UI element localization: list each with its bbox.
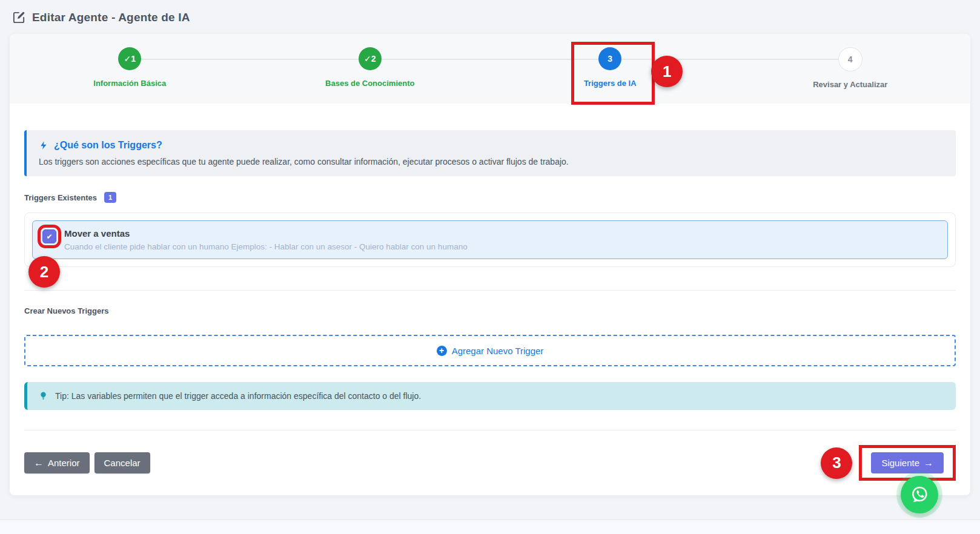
previous-button-label: Anterior [48,458,80,468]
tip-text: Tip: Las variables permiten que el trigg… [55,391,421,401]
wizard-card: ✓1 Información Básica ✓2 Bases de Conoci… [10,34,970,495]
cancel-button[interactable]: Cancelar [94,452,150,473]
step-2-circle: ✓2 [359,47,382,70]
trigger-description: Cuando el cliente pide hablar con un hum… [64,242,468,251]
create-triggers-label: Crear Nuevos Triggers [24,306,108,315]
info-box-body: Los triggers son acciones específicas qu… [39,157,944,166]
page-title: Editar Agente - Agente de IA [32,11,190,24]
triggers-info-box: ¿Qué son los Triggers? Los triggers son … [24,130,956,176]
checkmark-icon: ✔ [46,232,52,241]
lightning-bolt-icon [39,140,48,150]
whatsapp-fab-button[interactable] [901,476,938,513]
step-2-label: Bases de Conocimiento [325,79,414,88]
annotation-marker-3: 3 [821,447,852,479]
footer-divider [24,430,956,430]
previous-button[interactable]: ← Anterior [24,452,90,473]
next-button-label: Siguiente [881,458,919,468]
wizard-stepper: ✓1 Información Básica ✓2 Bases de Conoci… [10,34,970,104]
step-3-label: Triggers de IA [584,79,637,88]
step-4-label: Revisar y Actualizar [813,80,887,89]
trigger-title: Mover a ventas [64,228,468,239]
trigger-list-card: ✔ Mover a ventas Cuando el cliente pide … [24,213,956,267]
wizard-content: ¿Qué son los Triggers? Los triggers son … [10,104,970,481]
step-bases-de-conocimiento[interactable]: ✓2 Bases de Conocimiento [250,47,491,89]
step-4-circle: 4 [838,47,862,71]
add-new-trigger-button[interactable]: + Agregar Nuevo Trigger [24,335,956,366]
annotation-box-next-button: Siguiente → [859,445,956,481]
bottom-strip [0,520,980,534]
trigger-checkbox[interactable]: ✔ [42,229,56,243]
next-button[interactable]: Siguiente → [871,452,944,473]
lightbulb-icon [38,390,48,402]
step-revisar-y-actualizar[interactable]: 4 Revisar y Actualizar [730,47,971,89]
existing-triggers-label: Triggers Existentes [24,193,97,202]
annotation-marker-2: 2 [28,256,60,288]
wizard-footer: ← Anterior Cancelar 3 Siguiente → [24,445,956,481]
cancel-button-label: Cancelar [104,458,141,468]
add-new-trigger-label: Agregar Nuevo Trigger [452,346,544,356]
step-1-circle: ✓1 [118,47,141,70]
existing-triggers-count-badge: 1 [104,192,116,203]
section-divider [24,290,956,291]
trigger-item-mover-a-ventas[interactable]: ✔ Mover a ventas Cuando el cliente pide … [32,220,948,259]
plus-circle-icon: + [437,346,447,356]
info-box-title: ¿Qué son los Triggers? [54,140,162,151]
step-1-label: Información Básica [93,79,166,88]
arrow-left-icon: ← [34,458,44,468]
step-informacion-basica[interactable]: ✓1 Información Básica [10,47,250,89]
annotation-marker-1: 1 [651,56,683,87]
edit-pencil-square-icon [12,10,26,24]
step-3-circle: 3 [598,47,621,70]
page: Editar Agente - Agente de IA ✓1 Informac… [0,0,980,534]
tip-box: Tip: Las variables permiten que el trigg… [24,382,956,410]
step-triggers-de-ia[interactable]: 3 Triggers de IA [490,47,730,89]
arrow-right-icon: → [924,458,933,468]
whatsapp-icon [908,483,931,506]
page-header: Editar Agente - Agente de IA [0,0,980,24]
